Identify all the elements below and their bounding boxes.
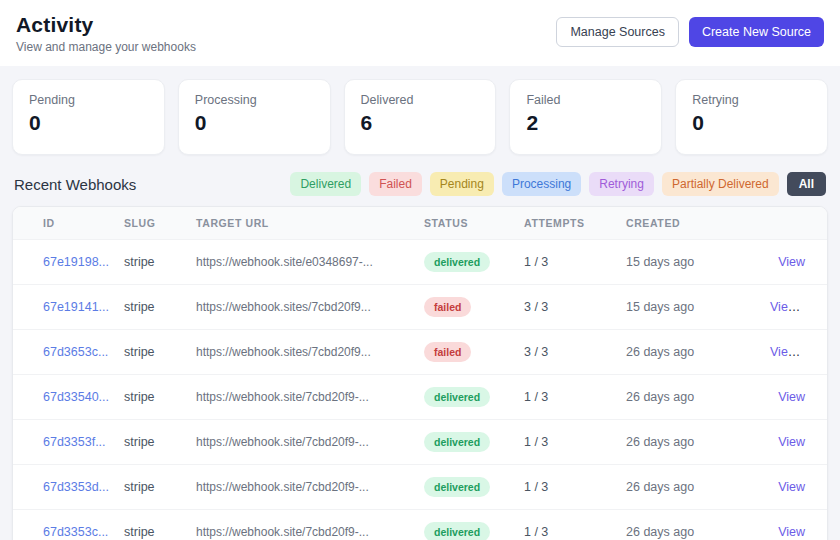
cell-status: delivered (410, 375, 510, 420)
filter-delivered[interactable]: Delivered (290, 172, 361, 196)
cell-actions: View (744, 465, 827, 510)
webhook-id-link[interactable]: 67d3353d... (43, 480, 109, 494)
cell-id: 67e19198... (13, 240, 110, 285)
cell-slug: stripe (110, 240, 182, 285)
cell-created: 26 days ago (612, 420, 744, 465)
filter-partially-delivered[interactable]: Partially Delivered (662, 172, 779, 196)
filter-retrying[interactable]: Retrying (589, 172, 654, 196)
webhooks-table: ID SLUG TARGET URL STATUS ATTEMPTS CREAT… (13, 207, 827, 540)
stat-card-retrying: Retrying 0 (675, 79, 828, 155)
view-link[interactable]: View (778, 525, 805, 539)
stat-card-pending: Pending 0 (12, 79, 165, 155)
retry-link[interactable]: Retry (809, 345, 827, 359)
filter-failed[interactable]: Failed (369, 172, 422, 196)
view-link[interactable]: View (778, 480, 805, 494)
status-badge: failed (424, 342, 471, 362)
recent-webhooks-header: Recent Webhooks DeliveredFailedPendingPr… (0, 155, 840, 206)
page-subtitle: View and manage your webhooks (16, 40, 196, 54)
column-header-attempts: ATTEMPTS (510, 207, 612, 240)
view-link[interactable]: View (770, 345, 797, 359)
header-text: Activity View and manage your webhooks (16, 13, 196, 54)
stat-value: 0 (692, 111, 811, 135)
status-badge: delivered (424, 522, 490, 540)
table-row: 67e19198...stripehttps://webhook.site/e0… (13, 240, 827, 285)
cell-id: 67d3353f... (13, 420, 110, 465)
webhook-id-link[interactable]: 67d33540... (43, 390, 109, 404)
cell-id: 67d3653c... (13, 330, 110, 375)
stat-label: Delivered (361, 93, 480, 107)
stat-card-delivered: Delivered 6 (344, 79, 497, 155)
cell-attempts: 3 / 3 (510, 330, 612, 375)
cell-actions: View (744, 375, 827, 420)
cell-created: 15 days ago (612, 285, 744, 330)
filter-processing[interactable]: Processing (502, 172, 581, 196)
cell-target-url: https://webhook.site/7cbd20f9-... (182, 375, 410, 420)
stat-value: 0 (195, 111, 314, 135)
webhooks-table-card: ID SLUG TARGET URL STATUS ATTEMPTS CREAT… (12, 206, 828, 540)
cell-attempts: 1 / 3 (510, 420, 612, 465)
table-row: 67d3353f...stripehttps://webhook.site/7c… (13, 420, 827, 465)
column-header-status: STATUS (410, 207, 510, 240)
view-link[interactable]: View (778, 255, 805, 269)
stat-label: Retrying (692, 93, 811, 107)
status-badge: delivered (424, 477, 490, 497)
cell-slug: stripe (110, 285, 182, 330)
cell-id: 67e19141... (13, 285, 110, 330)
status-badge: delivered (424, 432, 490, 452)
cell-id: 67d3353d... (13, 465, 110, 510)
stats-row: Pending 0 Processing 0 Delivered 6 Faile… (0, 66, 840, 155)
column-header-target-url: TARGET URL (182, 207, 410, 240)
create-new-source-button[interactable]: Create New Source (689, 17, 824, 47)
table-row: 67d33540...stripehttps://webhook.site/7c… (13, 375, 827, 420)
cell-actions: View (744, 420, 827, 465)
view-link[interactable]: View (770, 300, 797, 314)
view-link[interactable]: View (778, 390, 805, 404)
column-header-actions (744, 207, 827, 240)
webhook-id-link[interactable]: 67d3353c... (43, 525, 108, 539)
cell-id: 67d33540... (13, 375, 110, 420)
cell-status: delivered (410, 240, 510, 285)
filter-pending[interactable]: Pending (430, 172, 494, 196)
cell-slug: stripe (110, 510, 182, 540)
webhook-id-link[interactable]: 67e19141... (43, 300, 109, 314)
column-header-id: ID (13, 207, 110, 240)
stat-label: Pending (29, 93, 148, 107)
cell-status: failed (410, 285, 510, 330)
webhook-id-link[interactable]: 67d3653c... (43, 345, 108, 359)
cell-status: delivered (410, 465, 510, 510)
cell-status: delivered (410, 420, 510, 465)
cell-target-url: https://webhook.sites/7cbd20f9... (182, 330, 410, 375)
cell-created: 26 days ago (612, 465, 744, 510)
cell-created: 26 days ago (612, 330, 744, 375)
webhook-id-link[interactable]: 67e19198... (43, 255, 109, 269)
webhook-id-link[interactable]: 67d3353f... (43, 435, 106, 449)
cell-status: failed (410, 330, 510, 375)
cell-actions: View (744, 240, 827, 285)
view-link[interactable]: View (778, 435, 805, 449)
stat-card-processing: Processing 0 (178, 79, 331, 155)
page-title: Activity (16, 13, 196, 37)
column-header-slug: SLUG (110, 207, 182, 240)
table-row: 67d3653c...stripehttps://webhook.sites/7… (13, 330, 827, 375)
cell-attempts: 1 / 3 (510, 465, 612, 510)
status-badge: delivered (424, 387, 490, 407)
cell-target-url: https://webhook.site/7cbd20f9-... (182, 510, 410, 540)
column-header-created: CREATED (612, 207, 744, 240)
table-row: 67d3353c...stripehttps://webhook.site/7c… (13, 510, 827, 540)
cell-actions: ViewRetry (744, 330, 827, 375)
cell-target-url: https://webhook.site/7cbd20f9-... (182, 420, 410, 465)
stat-value: 0 (29, 111, 148, 135)
activity-page: Activity View and manage your webhooks M… (0, 0, 840, 540)
cell-slug: stripe (110, 465, 182, 510)
manage-sources-button[interactable]: Manage Sources (556, 17, 679, 47)
cell-created: 26 days ago (612, 375, 744, 420)
cell-created: 15 days ago (612, 240, 744, 285)
cell-slug: stripe (110, 420, 182, 465)
cell-target-url: https://webhook.site/e0348697-... (182, 240, 410, 285)
filter-all[interactable]: All (787, 172, 826, 196)
stat-value: 6 (361, 111, 480, 135)
retry-link[interactable]: Retry (809, 300, 827, 314)
cell-target-url: https://webhook.sites/7cbd20f9... (182, 285, 410, 330)
cell-id: 67d3353c... (13, 510, 110, 540)
status-filter-bar: DeliveredFailedPendingProcessingRetrying… (290, 172, 826, 196)
